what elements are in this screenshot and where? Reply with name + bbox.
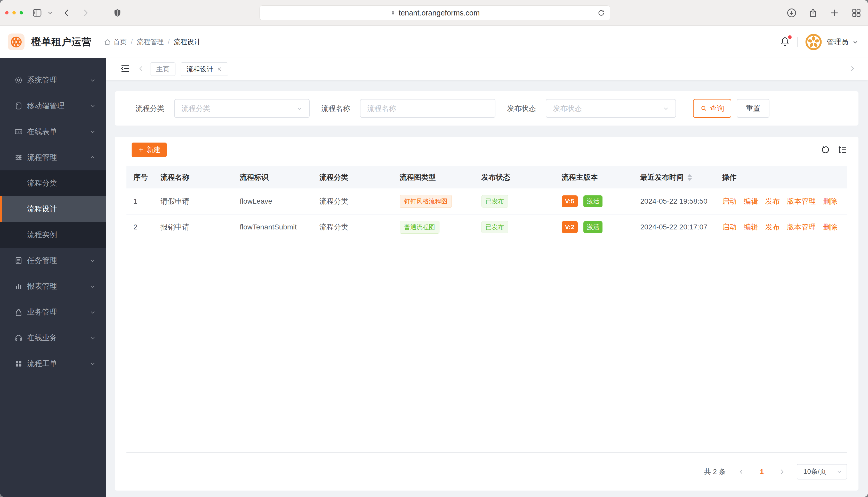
tab-scroll-right-icon[interactable] xyxy=(849,65,856,73)
chevron-down-icon xyxy=(89,257,96,264)
breadcrumb: 首页 / 流程管理 / 流程设计 xyxy=(104,38,201,46)
version-manage-link[interactable]: 版本管理 xyxy=(787,222,816,232)
sidebar-item-flow-instance[interactable]: 流程实例 xyxy=(0,222,106,248)
back-button[interactable] xyxy=(62,8,72,18)
publish-link[interactable]: 发布 xyxy=(765,222,780,232)
avatar[interactable] xyxy=(805,33,822,51)
tab-flow-design[interactable]: 流程设计 xyxy=(181,62,228,76)
breadcrumb-level1[interactable]: 流程管理 xyxy=(137,38,164,46)
user-menu-chevron-icon[interactable] xyxy=(852,39,859,45)
tab-close-icon[interactable] xyxy=(217,66,222,72)
notifications-button[interactable] xyxy=(780,36,790,48)
chevron-down-icon xyxy=(89,103,96,109)
minimize-window-button[interactable] xyxy=(12,11,16,14)
sidebar-item-report[interactable]: 报表管理 xyxy=(0,273,106,299)
app-logo xyxy=(8,33,25,50)
reset-button[interactable]: 重置 xyxy=(737,99,769,118)
page-size-select[interactable]: 10条/页 xyxy=(797,464,847,480)
tab-home[interactable]: 主页 xyxy=(150,62,176,76)
cell-flow-key: flowTenantSubmit xyxy=(233,214,313,240)
cell-flow-name: 请假申请 xyxy=(153,188,233,214)
sidebar-chevron-icon[interactable] xyxy=(47,10,53,16)
prev-page-button[interactable] xyxy=(738,468,745,475)
publish-link[interactable]: 发布 xyxy=(765,196,780,206)
delete-link[interactable]: 删除 xyxy=(823,222,838,232)
collapse-menu-icon[interactable] xyxy=(120,64,130,74)
page-number[interactable]: 1 xyxy=(760,468,764,476)
tab-overview-button[interactable] xyxy=(851,8,862,18)
chevron-down-icon xyxy=(296,105,303,112)
chevron-down-icon xyxy=(663,105,669,112)
sidebar-item-system[interactable]: 系统管理 xyxy=(0,67,106,93)
form-icon xyxy=(14,127,23,136)
filter-status-label: 发布状态 xyxy=(507,104,536,113)
row-height-icon[interactable] xyxy=(838,145,847,154)
sidebar-item-flow-category[interactable]: 流程分类 xyxy=(0,170,106,196)
notification-badge xyxy=(788,35,791,39)
cell-flow-name: 报销申请 xyxy=(153,214,233,240)
cell-flow-category: 流程分类 xyxy=(313,214,393,240)
delete-link[interactable]: 删除 xyxy=(823,196,838,206)
sidebar-item-flow-design[interactable]: 流程设计 xyxy=(0,196,106,222)
flow-table: 序号 流程名称 流程标识 流程分类 流程图类型 发布状态 流程主版本 xyxy=(126,166,847,453)
start-link[interactable]: 启动 xyxy=(722,222,737,232)
create-button[interactable]: 新建 xyxy=(132,143,167,157)
address-bar[interactable]: tenant.orangeforms.com xyxy=(259,5,610,20)
sidebar-item-online-form[interactable]: 在线表单 xyxy=(0,119,106,145)
header-divider xyxy=(797,37,798,47)
publish-status-badge: 已发布 xyxy=(481,195,508,208)
forward-button[interactable] xyxy=(80,8,91,18)
sidebar: 系统管理 移动端管理 在线表单 流程管理 流程分类 xyxy=(0,58,106,497)
user-name[interactable]: 管理员 xyxy=(827,37,849,47)
sidebar-item-flow-management[interactable]: 流程管理 xyxy=(0,145,106,170)
home-icon xyxy=(104,38,111,46)
breadcrumb-current: 流程设计 xyxy=(174,38,201,46)
filter-name-input[interactable] xyxy=(360,99,495,118)
col-flow-key: 流程标识 xyxy=(233,166,313,188)
headphones-icon xyxy=(14,333,23,342)
reload-button[interactable] xyxy=(597,9,605,18)
col-index: 序号 xyxy=(126,166,153,188)
chevron-up-icon xyxy=(89,154,96,161)
tab-scroll-left-icon[interactable] xyxy=(137,65,145,73)
edit-link[interactable]: 编辑 xyxy=(744,196,758,206)
downloads-button[interactable] xyxy=(786,8,797,18)
next-page-button[interactable] xyxy=(779,468,785,475)
sidebar-item-mobile[interactable]: 移动端管理 xyxy=(0,93,106,119)
start-link[interactable]: 启动 xyxy=(722,196,737,206)
filter-name-label: 流程名称 xyxy=(321,104,350,113)
task-list-icon xyxy=(14,256,23,265)
chevron-down-icon xyxy=(89,128,96,135)
col-actions: 操作 xyxy=(715,166,847,188)
chevron-down-icon xyxy=(89,77,96,84)
filter-category-select[interactable]: 流程分类 xyxy=(174,99,309,118)
filter-status-select[interactable]: 发布状态 xyxy=(546,99,676,118)
share-button[interactable] xyxy=(808,8,818,18)
search-button[interactable]: 查询 xyxy=(693,99,731,118)
cell-published-at: 2024-05-22 20:17:07 xyxy=(633,214,715,240)
browser-toolbar: tenant.orangeforms.com xyxy=(0,0,868,26)
version-badge: V:5 xyxy=(562,195,578,207)
new-tab-button[interactable] xyxy=(829,8,840,18)
breadcrumb-home[interactable]: 首页 xyxy=(104,38,127,46)
col-flow-category: 流程分类 xyxy=(313,166,393,188)
privacy-shield-icon[interactable] xyxy=(113,9,122,17)
chevron-down-icon xyxy=(89,335,96,341)
col-flow-name: 流程名称 xyxy=(153,166,233,188)
close-window-button[interactable] xyxy=(5,11,9,14)
chevron-down-icon xyxy=(89,360,96,367)
sliders-icon xyxy=(14,153,23,162)
sidebar-item-flow-ticket[interactable]: 流程工单 xyxy=(0,351,106,377)
sidebar-item-task[interactable]: 任务管理 xyxy=(0,248,106,273)
sidebar-item-business[interactable]: 业务管理 xyxy=(0,299,106,325)
flow-management-submenu: 流程分类 流程设计 流程实例 xyxy=(0,170,106,248)
sidebar-toggle-icon[interactable] xyxy=(32,8,43,18)
orange-logo-icon xyxy=(10,36,22,48)
zoom-window-button[interactable] xyxy=(19,11,23,14)
edit-link[interactable]: 编辑 xyxy=(744,222,758,232)
diagram-type-badge: 钉钉风格流程图 xyxy=(400,195,452,208)
sidebar-item-online-business[interactable]: 在线业务 xyxy=(0,325,106,351)
sort-carets[interactable] xyxy=(687,174,692,181)
version-manage-link[interactable]: 版本管理 xyxy=(787,196,816,206)
refresh-icon[interactable] xyxy=(821,145,830,154)
